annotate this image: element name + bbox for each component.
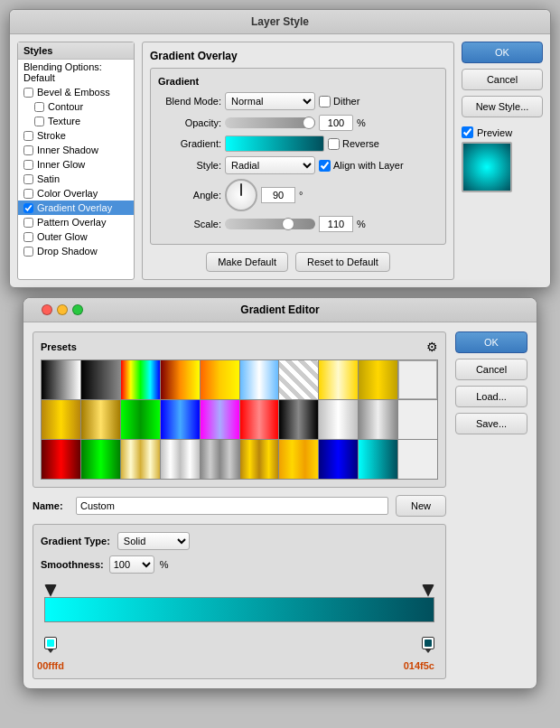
preset-item[interactable]: [359, 360, 397, 399]
preset-item[interactable]: [201, 360, 239, 399]
smoothness-unit: %: [160, 559, 169, 570]
preset-item[interactable]: [81, 360, 120, 399]
ge-save-button[interactable]: Save...: [455, 413, 527, 434]
gear-icon[interactable]: ⚙: [426, 340, 438, 354]
drop-shadow-checkbox[interactable]: [23, 247, 33, 257]
align-checkbox-label[interactable]: Align with Layer: [319, 160, 404, 172]
ok-button[interactable]: OK: [462, 42, 543, 63]
close-button[interactable]: [42, 304, 52, 315]
ge-ok-button[interactable]: OK: [455, 331, 527, 353]
preset-item[interactable]: [42, 440, 80, 479]
new-button[interactable]: New: [396, 495, 446, 517]
preset-item[interactable]: [398, 400, 437, 439]
opacity-input[interactable]: [319, 115, 353, 131]
preset-item[interactable]: [240, 360, 279, 399]
minimize-button[interactable]: [57, 304, 68, 315]
satin-checkbox[interactable]: [23, 174, 33, 184]
sidebar-inner-glow[interactable]: Inner Glow: [18, 157, 134, 172]
gradient-overlay-checkbox[interactable]: [23, 203, 33, 213]
layer-style-title: Layer Style: [251, 15, 309, 28]
angle-dial[interactable]: [225, 179, 257, 211]
sidebar-stroke[interactable]: Stroke: [18, 128, 134, 143]
reset-default-button[interactable]: Reset to Default: [295, 252, 390, 272]
sidebar-blending-options[interactable]: Blending Options: Default: [18, 60, 134, 85]
preset-item[interactable]: [121, 440, 160, 479]
preset-item[interactable]: [398, 440, 437, 479]
angle-label: Angle:: [158, 190, 221, 201]
name-input[interactable]: [76, 497, 388, 515]
preset-item[interactable]: [161, 360, 200, 399]
sidebar-bevel-emboss[interactable]: Bevel & Emboss: [18, 85, 134, 99]
sidebar-pattern-overlay[interactable]: Pattern Overlay: [18, 215, 134, 229]
preset-item[interactable]: [319, 400, 358, 439]
inner-shadow-checkbox[interactable]: [23, 145, 33, 155]
inner-glow-checkbox[interactable]: [23, 160, 33, 170]
sidebar-contour[interactable]: Contour: [18, 99, 134, 114]
preset-item[interactable]: [201, 440, 239, 479]
reverse-checkbox-label[interactable]: Reverse: [328, 138, 379, 150]
texture-checkbox[interactable]: [34, 117, 44, 126]
preset-item[interactable]: [319, 440, 358, 479]
angle-unit: °: [299, 190, 303, 201]
preset-item[interactable]: [81, 440, 120, 479]
blend-mode-select[interactable]: Normal: [225, 92, 315, 110]
color-stop-right[interactable]: [422, 637, 434, 655]
preset-item[interactable]: [279, 360, 318, 399]
preset-item[interactable]: [81, 400, 120, 439]
style-select[interactable]: Radial: [225, 156, 315, 174]
new-style-button[interactable]: New Style...: [462, 96, 543, 117]
preset-item[interactable]: [42, 360, 80, 399]
sidebar-outer-glow[interactable]: Outer Glow: [18, 229, 134, 244]
preset-item[interactable]: [161, 400, 200, 439]
preset-item[interactable]: [240, 400, 279, 439]
angle-input[interactable]: [261, 187, 295, 203]
pattern-overlay-checkbox[interactable]: [23, 218, 33, 228]
window-controls: [42, 304, 83, 315]
gradient-preview[interactable]: [225, 135, 324, 152]
preview-checkbox-label[interactable]: Preview: [462, 126, 543, 138]
sidebar-gradient-overlay[interactable]: Gradient Overlay: [18, 201, 134, 215]
opacity-stop-right[interactable]: [422, 584, 434, 597]
preset-item[interactable]: [121, 400, 160, 439]
preset-scrollbar[interactable]: [398, 360, 437, 399]
sidebar-drop-shadow[interactable]: Drop Shadow: [18, 244, 134, 258]
align-checkbox[interactable]: [319, 160, 331, 172]
sidebar-satin[interactable]: Satin: [18, 172, 134, 186]
make-default-button[interactable]: Make Default: [206, 252, 288, 272]
sidebar-inner-shadow[interactable]: Inner Shadow: [18, 143, 134, 157]
ge-cancel-button[interactable]: Cancel: [455, 359, 527, 380]
sidebar-color-overlay[interactable]: Color Overlay: [18, 186, 134, 201]
contour-checkbox[interactable]: [34, 102, 44, 112]
preset-item[interactable]: [319, 360, 358, 399]
dither-checkbox-label[interactable]: Dither: [319, 96, 359, 107]
opacity-slider[interactable]: [225, 117, 315, 128]
gradient-bar[interactable]: [44, 597, 434, 622]
preset-item[interactable]: [279, 400, 318, 439]
color-stop-left[interactable]: [44, 637, 57, 655]
gradient-editor-dialog: Gradient Editor Presets ⚙: [23, 297, 537, 689]
preset-item[interactable]: [161, 440, 200, 479]
opacity-stop-left[interactable]: [44, 584, 57, 597]
scale-input[interactable]: [319, 216, 353, 232]
outer-glow-checkbox[interactable]: [23, 232, 33, 242]
preset-item[interactable]: [240, 440, 279, 479]
gradient-type-select[interactable]: Solid: [117, 532, 190, 550]
bevel-emboss-checkbox[interactable]: [23, 88, 33, 98]
cancel-button[interactable]: Cancel: [462, 69, 543, 90]
preset-item[interactable]: [201, 400, 239, 439]
scale-slider[interactable]: [225, 219, 315, 229]
sidebar-texture[interactable]: Texture: [18, 114, 134, 128]
preset-item[interactable]: [359, 440, 397, 479]
preset-item[interactable]: [42, 400, 80, 439]
reverse-checkbox[interactable]: [328, 138, 340, 150]
smoothness-select[interactable]: 100: [109, 555, 154, 574]
ge-load-button[interactable]: Load...: [455, 386, 527, 407]
preview-checkbox[interactable]: [462, 126, 473, 138]
preset-item[interactable]: [359, 400, 397, 439]
dither-checkbox[interactable]: [319, 96, 331, 107]
preset-item[interactable]: [121, 360, 160, 399]
color-overlay-checkbox[interactable]: [23, 189, 33, 199]
stroke-checkbox[interactable]: [23, 131, 33, 141]
maximize-button[interactable]: [72, 304, 83, 315]
preset-item[interactable]: [279, 440, 318, 479]
